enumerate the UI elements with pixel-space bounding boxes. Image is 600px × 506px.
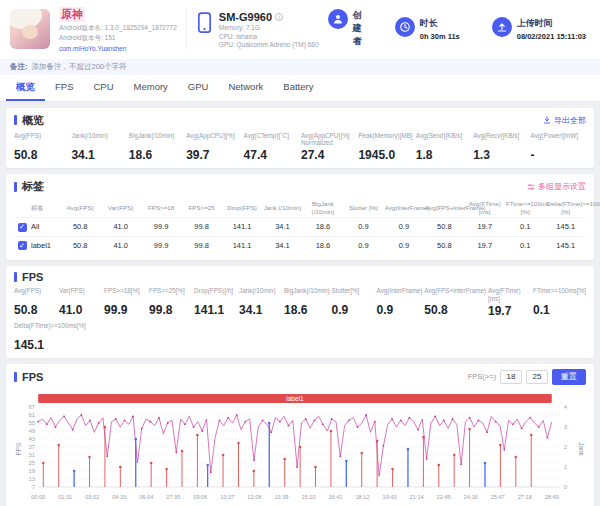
column-header: Jank (/10min) bbox=[262, 198, 302, 217]
metric-value: 50.8 bbox=[14, 303, 57, 317]
column-header: BigJank (/10min) bbox=[303, 198, 343, 217]
tab-Battery[interactable]: Battery bbox=[273, 75, 323, 101]
svg-text:19:43: 19:43 bbox=[383, 494, 397, 500]
row-cell: 34.1 bbox=[262, 218, 302, 237]
row-cell: 99.8 bbox=[181, 236, 221, 254]
metric-item: Avg(CTemp)[°C]47.4 bbox=[244, 132, 299, 163]
clock-icon bbox=[395, 17, 415, 37]
svg-text:43: 43 bbox=[28, 436, 35, 442]
fps-chart-card: FPS FPS(>=) 重置 6761554943373125191374321… bbox=[6, 364, 594, 506]
metric-item: BigJank(/10min)18.6 bbox=[129, 132, 184, 163]
row-cell: 0.9 bbox=[343, 218, 383, 237]
overview-title: 概览 bbox=[14, 113, 44, 128]
metric-label: Avg(CTemp)[°C] bbox=[244, 132, 299, 147]
game-version-name: Android版本名: 1.3.0_1825294_1872772 bbox=[59, 24, 177, 33]
fps-chart: 67615549433731251913743210label100:0001:… bbox=[14, 389, 586, 506]
metric-item: Avg(AppCPU)[%]39.7 bbox=[186, 132, 241, 163]
game-version-code: Android版本号: 151 bbox=[59, 34, 177, 43]
metric-label: FTime>=100ms[%] bbox=[533, 287, 586, 302]
tab-Network[interactable]: Network bbox=[218, 75, 273, 101]
row-cell: 50.8 bbox=[424, 218, 464, 237]
tab-FPS[interactable]: FPS bbox=[45, 75, 83, 101]
divider bbox=[186, 9, 187, 49]
note-bar[interactable]: 备注: 添加备注，不超过200个字符 bbox=[0, 59, 600, 75]
tab-概览[interactable]: 概览 bbox=[6, 75, 45, 101]
row-checkbox[interactable]: ✓ bbox=[18, 241, 27, 250]
metric-item: Avg(FPS)50.8 bbox=[14, 287, 57, 318]
metric-label: Avg(AppCPU)[%] bbox=[186, 132, 241, 147]
export-all-button[interactable]: 导出全部 bbox=[543, 115, 586, 126]
creator-icon bbox=[328, 9, 348, 29]
row-label: All bbox=[30, 218, 60, 237]
metric-label: Avg(AppCPU)[%] Normalized bbox=[301, 132, 356, 148]
metric-label: Jank(/10min) bbox=[71, 132, 126, 147]
tab-Memory[interactable]: Memory bbox=[124, 75, 178, 101]
fps-chart-svg: 67615549433731251913743210label100:0001:… bbox=[14, 389, 586, 506]
metric-value: 1.3 bbox=[473, 148, 528, 162]
metric-value: 0.1 bbox=[533, 303, 586, 317]
metric-value: 34.1 bbox=[71, 148, 126, 162]
metric-item: Avg(Recv)[KB/s]1.3 bbox=[473, 132, 528, 163]
device-model: SM-G9960 i bbox=[219, 11, 319, 23]
row-cell: 18.6 bbox=[303, 218, 343, 237]
row-cell: 0.9 bbox=[384, 218, 424, 237]
row-cell: 141.1 bbox=[222, 236, 262, 254]
row-cell: 145.1 bbox=[545, 236, 586, 254]
row-checkbox[interactable]: ✓ bbox=[18, 223, 27, 232]
metric-value: 1.8 bbox=[416, 148, 471, 162]
chart-controls: FPS(>=) 重置 bbox=[468, 369, 586, 385]
metric-value: 50.8 bbox=[424, 303, 486, 317]
fps-threshold-input-1[interactable] bbox=[500, 370, 522, 384]
column-header: Avg(FPS+InterFrame) bbox=[424, 198, 464, 217]
metric-item: Avg(FPS)50.8 bbox=[14, 132, 69, 163]
metric-value: 99.8 bbox=[149, 303, 192, 317]
row-cell: 41.0 bbox=[100, 236, 140, 254]
metric-label: Stutter[%] bbox=[332, 287, 375, 302]
metric-value: 34.1 bbox=[239, 303, 282, 317]
metric-label: Avg(Recv)[KB/s] bbox=[473, 132, 528, 147]
svg-text:2: 2 bbox=[564, 444, 568, 450]
svg-text:04:33: 04:33 bbox=[112, 494, 126, 500]
metric-item: BigJank(/10min)18.6 bbox=[284, 287, 330, 318]
reset-button[interactable]: 重置 bbox=[552, 369, 586, 385]
row-cell: 0.9 bbox=[343, 236, 383, 254]
duration-value: 0h 30m 11s bbox=[420, 32, 460, 41]
metric-item: Stutter[%]0.9 bbox=[332, 287, 375, 318]
download-icon bbox=[543, 116, 551, 124]
svg-text:61: 61 bbox=[28, 412, 35, 418]
row-cell: 0.9 bbox=[384, 236, 424, 254]
info-icon[interactable]: i bbox=[275, 13, 283, 21]
metric-item: FPS>=25[%]99.8 bbox=[149, 287, 192, 318]
multi-display-settings-button[interactable]: 多组显示设置 bbox=[527, 181, 586, 192]
metric-label: Avg(FPS) bbox=[14, 287, 57, 302]
column-header: Delta(FTime)>=100ms [%] bbox=[545, 198, 586, 217]
svg-text:24:16: 24:16 bbox=[464, 494, 478, 500]
device-memory: Memory: 7.1G bbox=[219, 24, 319, 31]
column-header: FPS>=25 bbox=[181, 198, 221, 217]
svg-text:25: 25 bbox=[28, 460, 35, 466]
row-cell: 18.6 bbox=[303, 236, 343, 254]
column-header: Avg(InterFrame) bbox=[384, 198, 424, 217]
metric-label: BigJank(/10min) bbox=[284, 287, 330, 302]
device-gpu: GPU: Qualcomm Adreno (TM) 660 bbox=[219, 41, 319, 48]
labels-title: 标签 bbox=[14, 179, 44, 194]
game-title: 原神 bbox=[59, 7, 85, 22]
fps-chart-title: FPS bbox=[14, 371, 43, 383]
tab-CPU[interactable]: CPU bbox=[83, 75, 123, 101]
fps-threshold-input-2[interactable] bbox=[526, 370, 548, 384]
metric-item: Jank(/10min)34.1 bbox=[71, 132, 126, 163]
metric-label: Avg(InterFrame) bbox=[377, 287, 423, 302]
metric-label: FPS>=25[%] bbox=[149, 287, 192, 302]
metric-value: - bbox=[531, 148, 586, 162]
column-header: Var(FPS) bbox=[100, 198, 140, 217]
row-label: label1 bbox=[30, 236, 60, 254]
row-cell: 50.8 bbox=[424, 236, 464, 254]
column-header: 标签 bbox=[30, 198, 60, 217]
svg-text:25:47: 25:47 bbox=[491, 494, 505, 500]
metric-item: Drop(FPS)[/h]141.1 bbox=[194, 287, 237, 318]
note-prefix: 备注: bbox=[10, 62, 28, 72]
metric-label: Peak(Memory)[MB] bbox=[358, 132, 413, 147]
column-header: Avg(FPS) bbox=[60, 198, 100, 217]
labels-table-body: ✓All50.841.099.999.8141.134.118.60.90.95… bbox=[14, 218, 586, 255]
tab-GPU[interactable]: GPU bbox=[178, 75, 219, 101]
